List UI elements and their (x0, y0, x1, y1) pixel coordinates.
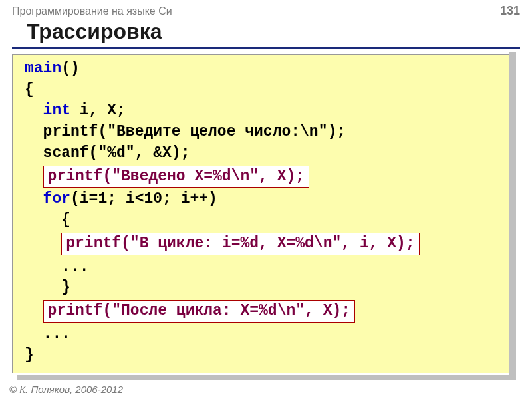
copyright-footer: © К. Поляков, 2006-2012 (9, 384, 123, 395)
code-line: for(i=1; i<10; i++) (25, 189, 505, 210)
code-line: printf("Введено X=%d\n", X); (25, 164, 505, 190)
code-line: { (25, 210, 505, 231)
shadow-bottom (17, 375, 516, 380)
code-line: printf("Введите целое число:\n"); (25, 122, 505, 143)
title-rule (12, 47, 520, 49)
code-line: ... (25, 257, 505, 278)
code-block: main() { int i, X; printf("Введите целое… (12, 54, 509, 373)
highlight-debug-1: printf("Введено X=%d\n", X); (43, 166, 309, 188)
code-line: printf("В цикле: i=%d, X=%d\n", i, X); (25, 231, 505, 257)
code-line: } (25, 345, 505, 366)
shadow-right (509, 52, 516, 378)
code-line: int i, X; (25, 100, 505, 122)
code-line: printf("После цикла: X=%d\n", X); (25, 299, 505, 324)
slide-header: Программирование на языке Си 131 (0, 0, 532, 19)
code-line: main() (25, 59, 505, 80)
highlight-debug-2: printf("В цикле: i=%d, X=%d\n", i, X); (61, 233, 420, 255)
code-line: scanf("%d", &X); (25, 143, 505, 164)
code-line: } (25, 277, 505, 299)
code-line: { (25, 80, 505, 101)
slide-title: Трассировка (0, 19, 532, 47)
subject-label: Программирование на языке Си (12, 5, 172, 17)
highlight-debug-3: printf("После цикла: X=%d\n", X); (43, 300, 355, 323)
page-number: 131 (500, 4, 520, 18)
code-line: ... (25, 324, 505, 345)
